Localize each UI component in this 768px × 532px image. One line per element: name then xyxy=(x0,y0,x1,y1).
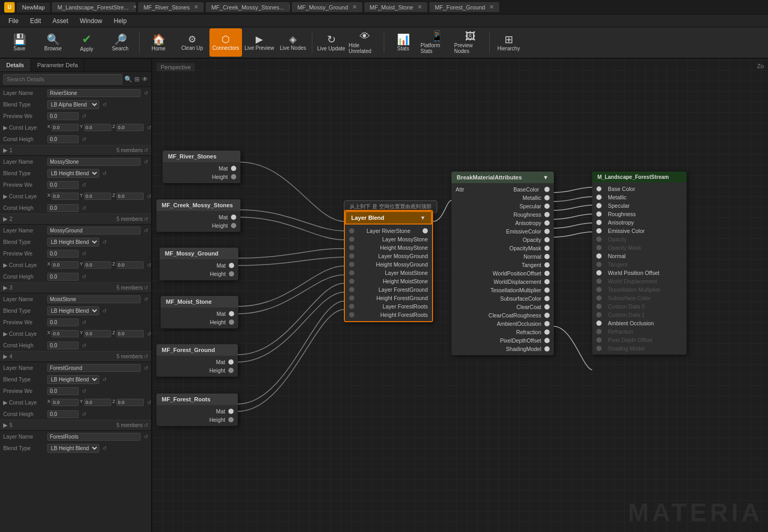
layer-4-preview-input[interactable] xyxy=(47,318,79,326)
reset-icon[interactable]: ↺ xyxy=(147,125,151,131)
reset-icon[interactable]: ↺ xyxy=(144,285,148,291)
layer-1-preview-input[interactable] xyxy=(47,112,79,120)
reset-icon[interactable]: ↺ xyxy=(82,411,86,417)
layer-5-blend-select[interactable]: LB Height Blend xyxy=(47,375,99,384)
close-icon[interactable]: ✕ xyxy=(417,4,422,10)
project-tab[interactable]: NewMap xyxy=(17,3,50,12)
reset-icon[interactable]: ↺ xyxy=(144,434,148,440)
tab-parameter[interactable]: Parameter Defa xyxy=(31,59,85,71)
layer-6-blend-select[interactable]: LB Height Blend xyxy=(47,444,99,453)
reset-icon[interactable]: ↺ xyxy=(82,136,86,142)
stats-button[interactable]: 📊 Stats xyxy=(387,28,419,57)
layer-1-constheight-input[interactable] xyxy=(47,135,79,143)
reset-icon[interactable]: ↺ xyxy=(144,147,148,153)
reset-icon[interactable]: ↺ xyxy=(144,422,148,428)
search-submit-icon[interactable]: 🔍 xyxy=(124,76,132,83)
tab-details[interactable]: Details xyxy=(0,59,31,71)
preview-nodes-button[interactable]: 🖼 Preview Nodes xyxy=(454,28,487,57)
layer-5-preview-input[interactable] xyxy=(47,387,79,395)
layer-2-z[interactable] xyxy=(117,193,144,200)
layer-3-constheight-input[interactable] xyxy=(47,273,79,281)
break-material-node[interactable]: BreakMaterialAttributes ▼ Attr BaseColor… xyxy=(451,172,554,355)
reset-icon[interactable]: ↺ xyxy=(147,194,151,199)
section-1[interactable]: ▶ 1 5 members ↺ xyxy=(0,145,151,156)
layer-4-name-input[interactable] xyxy=(47,295,141,303)
reset-icon[interactable]: ↺ xyxy=(102,377,107,382)
asset-tab-5[interactable]: MF_Forest_Ground ✕ xyxy=(429,2,499,12)
mf-river-stones-node[interactable]: MF_River_Stones Mat Height xyxy=(163,151,240,183)
reset-icon[interactable]: ↺ xyxy=(144,228,148,233)
reset-icon[interactable]: ↺ xyxy=(102,308,107,314)
layer-2-x[interactable] xyxy=(51,193,79,200)
asset-tab-4[interactable]: MF_Moist_Stone ✕ xyxy=(364,2,427,12)
layer-2-preview-input[interactable] xyxy=(47,181,79,189)
menu-asset[interactable]: Asset xyxy=(47,16,73,26)
reset-icon[interactable]: ↺ xyxy=(144,159,148,165)
layer-5-y[interactable] xyxy=(84,399,111,406)
layer-4-x[interactable] xyxy=(51,330,79,337)
layer-3-name-input[interactable] xyxy=(47,227,141,235)
left-scroll[interactable]: Layer Name ↺ Blend Type LB Alpha Blend L… xyxy=(0,87,151,532)
browse-button[interactable]: 🔍 Browse xyxy=(37,28,69,57)
reset-icon[interactable]: ↺ xyxy=(102,239,107,245)
layer-3-y[interactable] xyxy=(84,261,111,269)
reset-icon[interactable]: ↺ xyxy=(102,102,107,108)
layer-1-y[interactable] xyxy=(84,124,111,131)
reset-icon[interactable]: ↺ xyxy=(102,445,107,451)
layer-2-name-input[interactable] xyxy=(47,158,141,166)
reset-icon[interactable]: ↺ xyxy=(82,182,86,188)
layer-3-z[interactable] xyxy=(117,261,144,269)
reset-icon[interactable]: ↺ xyxy=(144,216,148,222)
layer-3-blend-select[interactable]: LB Height Blend xyxy=(47,238,99,247)
canvas-area[interactable]: Perspective Zo 从上到下 是 空间位置置由底到顶部 MF_Rive… xyxy=(152,59,768,532)
reset-icon[interactable]: ↺ xyxy=(102,171,107,176)
layer-4-blend-select[interactable]: LB Height Blend xyxy=(47,306,99,315)
layer-1-blend-select[interactable]: LB Alpha Blend LB Height Blend xyxy=(47,100,99,109)
menu-window[interactable]: Window xyxy=(75,16,108,26)
mf-mossy-ground-node[interactable]: MF_Mossy_Ground Mat Height xyxy=(160,248,238,280)
asset-tab-2[interactable]: MF_Creek_Mossy_Stones... ✕ xyxy=(206,2,290,12)
layer-5-x[interactable] xyxy=(51,399,79,406)
reset-icon[interactable]: ↺ xyxy=(82,320,86,325)
layer-2-y[interactable] xyxy=(84,193,111,200)
layer-4-z[interactable] xyxy=(117,330,144,337)
layer-3-x[interactable] xyxy=(51,261,79,269)
mf-forest-roots-node[interactable]: MF_Forest_Roots Mat Height xyxy=(156,393,238,426)
layer-5-name-input[interactable] xyxy=(47,364,141,372)
hierarchy-button[interactable]: ⊞ Hierarchy xyxy=(492,28,525,57)
layer-5-constheight-input[interactable] xyxy=(47,410,79,418)
mf-forest-ground-node[interactable]: MF_Forest_Ground Mat Height xyxy=(156,344,238,377)
mf-moist-stone-node[interactable]: MF_Moist_Stone Mat Height xyxy=(161,296,238,328)
layer-1-name-input[interactable] xyxy=(47,89,141,97)
menu-help[interactable]: Help xyxy=(109,16,132,26)
layer-2-blend-select[interactable]: LB Height Blend xyxy=(47,169,99,178)
menu-edit[interactable]: Edit xyxy=(25,16,46,26)
search-input[interactable] xyxy=(3,74,122,84)
eye-icon[interactable]: 👁 xyxy=(142,76,148,83)
layer-3-preview-input[interactable] xyxy=(47,250,79,258)
reset-icon[interactable]: ↺ xyxy=(82,388,86,394)
asset-tab-0[interactable]: M_Landscape_ForestStre... ✕ xyxy=(52,2,136,12)
reset-icon[interactable]: ↺ xyxy=(82,274,86,280)
reset-icon[interactable]: ↺ xyxy=(82,205,86,211)
layer-4-constheight-input[interactable] xyxy=(47,342,79,349)
output-node[interactable]: M_Landscape_ForestStream Base Color Meta… xyxy=(592,172,687,355)
layer-6-name-input[interactable] xyxy=(47,433,141,441)
layer-1-z[interactable] xyxy=(117,124,144,131)
live-preview-button[interactable]: ▶ Live Preview xyxy=(243,28,276,57)
reset-icon[interactable]: ↺ xyxy=(147,331,151,337)
home-button[interactable]: 🏠 Home xyxy=(142,28,175,57)
menu-file[interactable]: File xyxy=(3,16,24,26)
layer-5-z[interactable] xyxy=(117,399,144,406)
reset-icon[interactable]: ↺ xyxy=(82,251,86,257)
reset-icon[interactable]: ↺ xyxy=(144,354,148,359)
close-icon[interactable]: ✕ xyxy=(352,4,357,10)
close-icon[interactable]: ✕ xyxy=(288,4,290,10)
cleanup-button[interactable]: ⚙ Clean Up xyxy=(176,28,208,57)
hide-unrelated-button[interactable]: 👁 Hide Unrelated xyxy=(349,28,381,57)
reset-icon[interactable]: ↺ xyxy=(144,296,148,302)
connectors-button[interactable]: ⬡ Connectors xyxy=(209,28,242,57)
apply-button[interactable]: ✔ Apply xyxy=(70,28,103,57)
live-nodes-button[interactable]: ◈ Live Nodes xyxy=(277,28,309,57)
close-icon[interactable]: ✕ xyxy=(194,4,198,10)
